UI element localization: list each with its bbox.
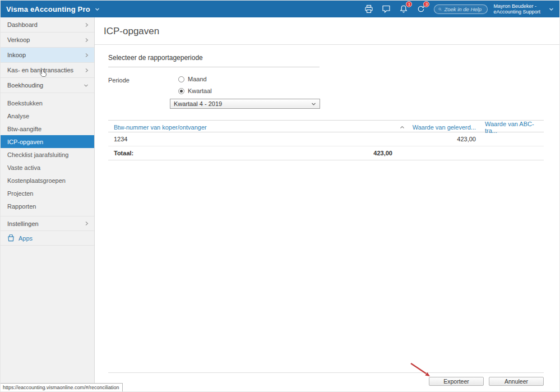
table-total-row: Totaal: 423,00: [108, 146, 544, 160]
subitem-label: Checklist jaarafsluiting: [7, 151, 68, 158]
radio-kwartaal-label: Kwartaal: [188, 87, 212, 94]
sort-asc-icon[interactable]: [400, 126, 405, 129]
export-button[interactable]: Exporteer: [429, 377, 484, 386]
radio-option-maand[interactable]: Maand: [178, 76, 212, 82]
sidebar-subitem-analyse[interactable]: Analyse: [1, 109, 94, 122]
sidebar-subitem-projecten[interactable]: Projecten: [1, 187, 94, 200]
subitem-label: Vaste activa: [7, 164, 40, 171]
total-value: 423,00: [373, 150, 409, 156]
sidebar-item-label: Apps: [18, 235, 33, 242]
boekhouding-submenu: Boekstukken Analyse Btw-aangifte ICP-opg…: [1, 93, 94, 216]
periode-radio-group: Maand Kwartaal: [178, 76, 212, 94]
search-icon: [438, 6, 442, 12]
chevron-right-icon: [85, 68, 89, 73]
bell-badge: 1: [406, 1, 412, 7]
app-window: Visma eAccounting Pro: [0, 0, 560, 392]
column-header-label: Btw-nummer van koper/ontvanger: [114, 124, 207, 131]
top-bar: Visma eAccounting Pro: [1, 1, 559, 17]
subitem-label: Btw-aangifte: [7, 126, 41, 132]
sidebar-subitem-icp-opgaven[interactable]: ICP-opgaven: [1, 135, 94, 148]
sidebar-item-instellingen[interactable]: Instellingen: [1, 216, 94, 231]
table-row[interactable]: 1234 423,00: [108, 132, 544, 146]
user-company: eAccounting Support: [493, 9, 540, 15]
chat-icon[interactable]: [381, 4, 391, 14]
sidebar-subitem-boekstukken[interactable]: Boekstukken: [1, 96, 94, 109]
subitem-label: Boekstukken: [7, 100, 43, 107]
subitem-label: Kostenplaatsgroepen: [7, 177, 66, 184]
sidebar-item-label: Boekhouding: [7, 82, 84, 89]
app-title-chevron-icon[interactable]: [95, 7, 100, 11]
chevron-right-icon: [85, 22, 89, 27]
sidebar-subitem-vaste-activa[interactable]: Vaste activa: [1, 161, 94, 174]
sidebar-item-kas-en-banktransacties[interactable]: Kas- en banktransacties: [1, 63, 94, 78]
subitem-label: Analyse: [7, 113, 29, 119]
sidebar-item-apps[interactable]: Apps: [1, 231, 94, 246]
sync-badge: 3: [423, 1, 429, 7]
sync-status-icon[interactable]: 3: [416, 4, 426, 14]
sidebar-subitem-rapporten[interactable]: Rapporten: [1, 200, 94, 213]
chevron-down-icon: [84, 84, 89, 87]
table-header-row: Btw-nummer van koper/ontvanger Waarde va…: [108, 120, 544, 132]
period-select[interactable]: Kwartaal 4 - 2019: [170, 99, 320, 109]
chevron-down-icon: [311, 102, 316, 106]
page-title: ICP-opgaven: [95, 17, 559, 45]
help-search-input[interactable]: [444, 6, 483, 12]
chevron-right-icon: [85, 38, 89, 43]
print-icon[interactable]: [364, 4, 374, 14]
column-header-btw-nummer[interactable]: Btw-nummer van koper/ontvanger: [108, 124, 409, 131]
chevron-right-icon: [85, 221, 89, 226]
user-name: Mayron Beudeker -: [493, 3, 540, 9]
sidebar-item-dashboard[interactable]: Dashboard: [1, 17, 94, 33]
periode-row: Periode Maand Kwartaal: [108, 76, 544, 94]
status-url-tooltip: https://eaccounting.vismaonline.com/#/re…: [1, 383, 123, 391]
action-footer: Exporteer Annuleer: [108, 372, 544, 392]
column-header-waarde-geleverd[interactable]: Waarde van geleverd...: [409, 124, 479, 131]
radio-kwartaal[interactable]: [178, 88, 184, 94]
user-menu[interactable]: Mayron Beudeker - eAccounting Support: [493, 3, 540, 15]
section-title: Selecteer de rapportageperiode: [108, 54, 320, 67]
subitem-label: Projecten: [7, 190, 33, 197]
sidebar-item-boekhouding[interactable]: Boekhouding: [1, 78, 94, 93]
cancel-button[interactable]: Annuleer: [489, 377, 544, 386]
sidebar-item-label: Instellingen: [7, 220, 85, 227]
sidebar-item-label: Dashboard: [7, 21, 85, 28]
subitem-label: Rapporten: [7, 203, 36, 210]
apps-icon: [7, 234, 15, 242]
app-title[interactable]: Visma eAccounting Pro: [6, 5, 90, 13]
sidebar-subitem-btw-aangifte[interactable]: Btw-aangifte: [1, 122, 94, 135]
main-content: ICP-opgaven Selecteer de rapportageperio…: [95, 17, 559, 392]
total-label: Totaal:: [114, 150, 133, 156]
cell-btw-nummer: 1234: [108, 136, 409, 142]
sidebar-item-verkoop[interactable]: Verkoop: [1, 33, 94, 48]
sidebar-item-label: Kas- en banktransacties: [7, 67, 85, 73]
sidebar-subitem-checklist-jaarafsluiting[interactable]: Checklist jaarafsluiting: [1, 148, 94, 161]
radio-option-kwartaal[interactable]: Kwartaal: [178, 87, 212, 94]
periode-label: Periode: [108, 76, 178, 94]
user-menu-chevron-icon[interactable]: [549, 7, 554, 11]
notifications-bell-icon[interactable]: 1: [399, 4, 409, 14]
period-select-value: Kwartaal 4 - 2019: [174, 100, 311, 107]
sidebar-item-inkoop[interactable]: Inkoop: [1, 48, 94, 63]
help-search-box[interactable]: [434, 4, 488, 14]
radio-maand-label: Maand: [188, 76, 207, 82]
chevron-right-icon: [85, 53, 89, 58]
cell-waarde-geleverd: 423,00: [409, 136, 479, 142]
page-body: Dashboard Verkoop Inkoop Kas- en banktra…: [1, 17, 559, 392]
sidebar: Dashboard Verkoop Inkoop Kas- en banktra…: [1, 17, 95, 392]
sidebar-subitem-kostenplaatsgroepen[interactable]: Kostenplaatsgroepen: [1, 174, 94, 187]
sidebar-item-label: Verkoop: [7, 36, 85, 43]
topbar-icons: 1 3: [364, 4, 426, 14]
sidebar-item-label: Inkoop: [7, 52, 85, 58]
icp-form: Selecteer de rapportageperiode Periode M…: [95, 45, 559, 392]
icp-table: Btw-nummer van koper/ontvanger Waarde va…: [108, 120, 544, 160]
radio-maand[interactable]: [178, 76, 184, 82]
column-header-waarde-abc[interactable]: Waarde van ABC-tra...: [479, 121, 544, 134]
subitem-label: ICP-opgaven: [7, 139, 43, 145]
